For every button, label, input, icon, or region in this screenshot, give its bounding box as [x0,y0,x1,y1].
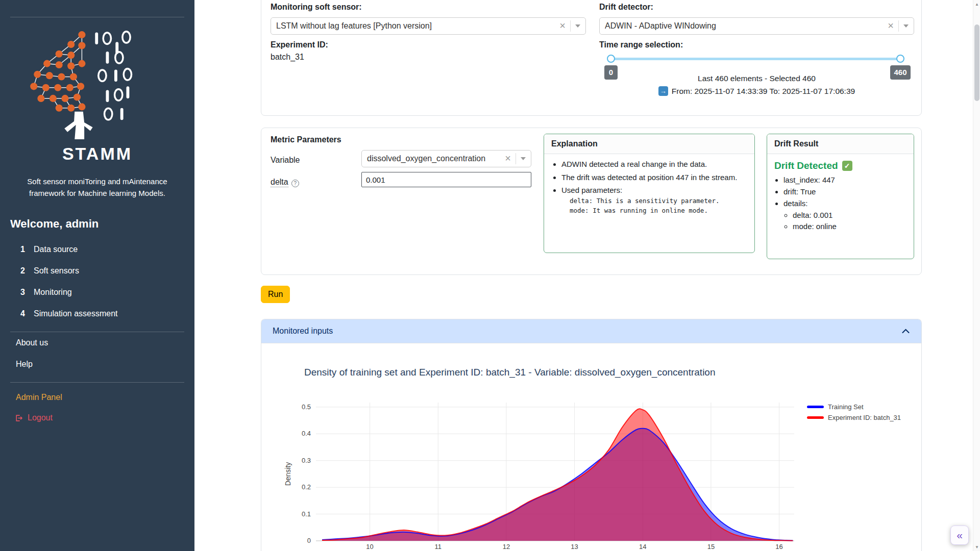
variable-value: dissolved_oxygen_concentration [367,154,501,163]
collapse-sidebar-button[interactable]: « [950,525,969,545]
drift-result-title: Drift Result [767,134,914,154]
chevron-down-icon[interactable] [575,24,580,28]
experiment-id-value: batch_31 [271,53,304,62]
svg-text:15: 15 [707,543,715,550]
scrollbar-down-arrow[interactable]: ▼ [973,543,980,550]
drift-result-item: drift: True [783,187,906,196]
slider-summary: Last 460 elements - Selected 460 [599,74,914,83]
chart-legend: Training SetExperiment ID: batch_31 [807,403,901,421]
slider-handle-left[interactable] [607,55,615,63]
svg-text:12: 12 [503,543,510,550]
dropdown-separator [516,153,516,164]
explanation-panel: Explanation ADWIN detected a real change… [544,134,755,253]
experiment-id-label: Experiment ID: [271,40,328,49]
drift-status: Drift Detected ✓ [774,160,906,171]
drift-detector-dropdown[interactable]: ADWIN - ADaptive WINdowing × [599,17,914,35]
logout-link[interactable]: Logout [0,413,194,422]
explanation-body: ADWIN detected a real change in the data… [544,154,754,223]
delta-input[interactable] [361,172,531,187]
legend-item[interactable]: Experiment ID: batch_31 [807,414,901,421]
check-icon: ✓ [842,161,852,171]
drift-status-text: Drift Detected [774,160,838,171]
legend-item[interactable]: Training Set [807,403,864,411]
chevron-down-icon[interactable] [521,157,526,160]
chevron-down-icon[interactable] [903,24,909,28]
time-range-row: → From: 2025-11-07 14:33:39 To: 2025-11-… [599,86,914,96]
drift-detail-item: mode: online [793,222,906,231]
svg-text:0.5: 0.5 [302,403,311,411]
svg-text:10: 10 [366,543,373,550]
run-button[interactable]: Run [261,286,290,303]
explanation-title: Explanation [544,134,754,154]
scrollbar[interactable]: ▲ ▼ [973,0,980,551]
density-chart[interactable]: 00.10.20.30.40.510111213141516DensityTra… [261,383,921,551]
app-window: STAMM Soft sensor moniToring and mAinten… [0,0,980,551]
sidebar-item-monitoring[interactable]: 3 Monitoring [0,282,194,303]
metric-parameters-title: Metric Parameters [271,135,341,144]
welcome-heading: Welcome, admin [10,217,194,231]
monitored-inputs-header[interactable]: Monitored inputs [261,319,921,343]
soft-sensor-dropdown[interactable]: LSTM without lag features [Python versio… [271,17,586,35]
parameter-code-line: mode: It was running in online mode. [570,207,747,215]
stamm-logo [24,28,171,143]
svg-text:0.3: 0.3 [302,457,311,464]
drift-detector-label: Drift detector: [599,3,653,12]
logout-label: Logout [28,413,53,422]
chart-area: Density of training set and Experiment I… [261,343,921,551]
right-arrow-icon: → [658,86,668,96]
soft-sensor-value: LSTM without lag features [Python versio… [276,21,555,31]
nav-label: Soft sensors [34,266,79,276]
admin-panel-link[interactable]: Admin Panel [0,383,194,402]
delta-label-row: delta ? [271,178,299,187]
nav-number: 2 [20,266,34,276]
scrollbar-up-arrow[interactable]: ▲ [973,1,980,8]
sidebar-item-soft-sensors[interactable]: 2 Soft sensors [0,260,194,282]
nav-number: 4 [20,309,34,318]
svg-text:0: 0 [307,537,311,544]
sidebar: STAMM Soft sensor moniToring and mAinten… [0,0,194,551]
scrollbar-thumb[interactable] [974,24,979,101]
time-range-slider[interactable] [611,58,900,60]
sidebar-item-simulation-assessment[interactable]: 4 Simulation assessment [0,303,194,324]
drift-result-panel: Drift Result Drift Detected ✓ last_index… [767,134,914,259]
density-area-experiment [322,409,793,541]
svg-text:13: 13 [571,543,578,550]
monitoring-config-card: Monitoring soft sensor: LSTM without lag… [261,0,922,116]
nav-label: Simulation assessment [34,309,118,318]
clear-icon[interactable]: × [888,20,894,31]
drift-result-item: details: delta: 0.001 mode: online [783,199,906,231]
nav-label: Data source [34,245,78,254]
sidebar-item-help[interactable]: Help [0,354,194,375]
clear-icon[interactable]: × [559,20,566,31]
drift-detail-item: delta: 0.001 [793,211,906,219]
parameter-code-line: delta: This is a sensitivity parameter. [570,197,747,205]
sidebar-item-about-us[interactable]: About us [0,332,194,354]
delta-label: delta [271,178,288,187]
time-range-label: Time range selection: [599,40,683,49]
time-range-text: From: 2025-11-07 14:33:39 To: 2025-11-07… [672,87,855,96]
nav-number: 1 [20,245,34,254]
drift-result-body: Drift Detected ✓ last_index: 447 drift: … [767,154,914,239]
dropdown-separator [570,20,571,32]
brand-tagline: Soft sensor moniToring and mAintenance f… [12,176,182,199]
drift-details-label: details: [783,199,808,208]
monitored-inputs-panel: Monitored inputs Density of training set… [261,319,922,551]
variable-label: Variable [271,156,300,165]
variable-dropdown[interactable]: dissolved_oxygen_concentration × [361,150,531,167]
y-axis-title: Density [284,462,292,486]
chevron-up-icon [901,328,910,335]
logout-icon [14,414,23,422]
svg-text:0.2: 0.2 [302,483,311,491]
monitored-inputs-title: Monitored inputs [273,327,333,336]
drift-result-item: last_index: 447 [783,176,906,184]
svg-text:0.1: 0.1 [302,510,311,518]
explanation-bullet: ADWIN detected a real change in the data… [561,159,747,169]
dropdown-separator [898,20,899,32]
brand-name: STAMM [0,144,194,164]
svg-text:14: 14 [639,543,646,550]
clear-icon[interactable]: × [505,153,511,163]
double-chevron-left-icon: « [957,529,963,541]
sidebar-item-data-source[interactable]: 1 Data source [0,239,194,260]
slider-handle-right[interactable] [896,55,904,63]
sidebar-nav: 1 Data source 2 Soft sensors 3 Monitorin… [0,239,194,324]
